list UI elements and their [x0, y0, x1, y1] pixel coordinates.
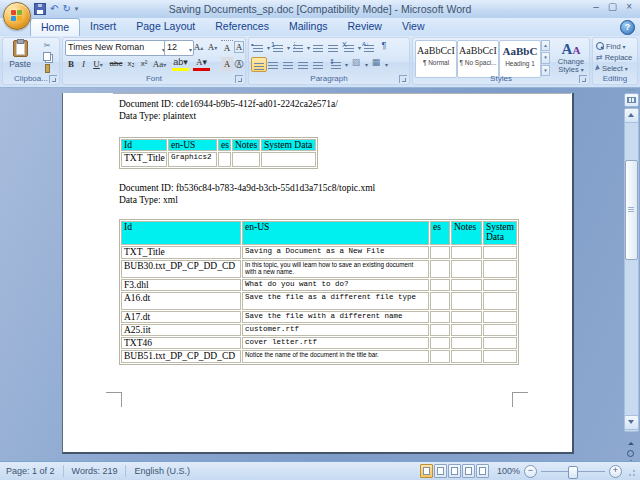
font-size-combo[interactable]: 12 ▾ — [164, 40, 194, 56]
style-no-spacing[interactable]: AaBbCcI ¶ No Spaci... — [457, 40, 499, 78]
header-cell: Notes — [451, 221, 482, 245]
table-row: TXT_Title Saving a Document as a New Fil… — [121, 246, 517, 259]
table-row: TXT_Title Graphics2 — [121, 152, 316, 167]
minimize-button[interactable]: – — [593, 1, 599, 12]
resize-grip-icon[interactable] — [626, 465, 636, 477]
close-button[interactable]: × — [626, 1, 632, 12]
scrollbar-thumb[interactable] — [625, 160, 638, 260]
shrink-font-button[interactable]: A▾ — [206, 40, 219, 54]
strikethrough-button[interactable]: abc — [108, 57, 124, 71]
zoom-slider[interactable] — [541, 465, 605, 477]
distribute-button[interactable] — [311, 57, 325, 70]
style-normal[interactable]: AaBbCcI ¶ Normal — [415, 40, 457, 78]
find-button[interactable]: Find▾ — [596, 41, 626, 51]
save-icon[interactable] — [34, 3, 46, 15]
phonetic-guide-button[interactable]: A — [221, 40, 233, 55]
decrease-indent-button[interactable] — [311, 40, 325, 53]
character-border-button[interactable]: A — [233, 40, 245, 54]
italic-button[interactable]: I — [78, 57, 89, 71]
font-dialog-launcher-icon[interactable] — [235, 75, 243, 83]
split-handle[interactable] — [626, 89, 635, 91]
scroll-down-button[interactable] — [624, 415, 639, 430]
cell-id: F3.dhl — [121, 279, 241, 291]
help-icon[interactable]: ? — [620, 20, 635, 35]
cut-icon: ✂ — [44, 41, 51, 50]
tab-mailings[interactable]: Mailings — [279, 18, 338, 36]
separator — [63, 465, 64, 477]
tab-references[interactable]: References — [205, 18, 279, 36]
show-hide-pilcrow-button[interactable]: ¶ — [377, 40, 391, 53]
cut-button[interactable]: ✂ — [39, 40, 55, 51]
multilevel-list-button[interactable]: ⋮▾ — [291, 40, 305, 53]
customize-qat-icon[interactable]: ▾ — [75, 5, 79, 13]
line-spacing-button[interactable]: ⇕▾ — [329, 57, 343, 70]
shading-button[interactable]: ▨▾ — [349, 57, 363, 70]
borders-button[interactable]: ▦▾ — [369, 57, 383, 70]
word-count[interactable]: Words: 219 — [72, 466, 118, 476]
previous-page-button[interactable] — [624, 431, 637, 441]
tab-page-layout[interactable]: Page Layout — [126, 18, 205, 36]
maximize-button[interactable]: ▢ — [608, 1, 617, 12]
enclose-characters-button[interactable]: Ⓐ — [233, 57, 245, 71]
justify-button[interactable] — [296, 57, 310, 70]
zoom-in-button[interactable]: + — [609, 465, 622, 478]
zoom-slider-thumb[interactable] — [568, 466, 578, 479]
character-shading-button[interactable]: A — [221, 57, 233, 71]
align-right-button[interactable] — [281, 57, 295, 70]
editing-group: Find▾ ⇄ Replace Select▾ Editing — [592, 37, 638, 85]
document-area: Document ID: cde16944-b9b5-412f-ad01-224… — [0, 88, 640, 461]
paste-button[interactable]: Paste — [6, 40, 34, 75]
subscript-button[interactable]: x₂ — [125, 57, 137, 71]
bullets-button[interactable]: •▾ — [251, 40, 265, 53]
replace-button[interactable]: ⇄ Replace — [596, 52, 632, 62]
styles-scroll-up-icon[interactable]: ▴ — [541, 40, 550, 51]
undo-icon[interactable]: ↶ — [50, 3, 58, 15]
tab-home[interactable]: Home — [30, 18, 80, 36]
asian-layout-button[interactable]: X▾ — [342, 40, 356, 53]
underline-button[interactable]: U▾ — [90, 57, 106, 71]
cell-en-us: Graphics2 — [168, 152, 217, 167]
highlight-color-button[interactable]: ab▾ — [171, 57, 190, 71]
next-page-button[interactable] — [624, 452, 637, 461]
style-sample: AaBbC — [500, 45, 540, 57]
grow-font-button[interactable]: A▴ — [192, 40, 205, 54]
redo-icon[interactable]: ↻ — [62, 3, 70, 15]
bold-button[interactable]: B — [65, 57, 77, 71]
align-left-button[interactable] — [251, 57, 267, 72]
outline-view-button[interactable] — [462, 464, 475, 478]
styles-scroll-down-icon[interactable]: ▾ — [541, 52, 550, 63]
copy-button[interactable] — [39, 52, 55, 63]
office-button[interactable] — [3, 2, 31, 30]
styles-group: AaBbCcI ¶ Normal AaBbCcI ¶ No Spaci... A… — [412, 37, 590, 85]
font-color-button[interactable]: A▾ — [192, 57, 211, 71]
format-painter-icon — [45, 64, 50, 73]
change-case-button[interactable]: Aa▾ — [151, 57, 168, 71]
document-page[interactable]: Document ID: cde16944-b9b5-412f-ad01-224… — [62, 93, 574, 454]
draft-view-button[interactable] — [476, 464, 489, 478]
align-center-button[interactable] — [266, 57, 280, 70]
paragraph-dialog-launcher-icon[interactable] — [399, 75, 407, 83]
tab-view[interactable]: View — [392, 18, 435, 36]
scrollbar-track[interactable] — [624, 108, 639, 432]
styles-dialog-launcher-icon[interactable] — [579, 75, 587, 83]
select-button[interactable]: Select▾ — [596, 63, 628, 73]
increase-indent-button[interactable] — [326, 40, 340, 53]
tab-insert[interactable]: Insert — [80, 18, 126, 36]
full-screen-reading-view-button[interactable] — [434, 464, 447, 478]
style-heading1[interactable]: AaBbC Heading 1 — [499, 40, 541, 78]
tab-review[interactable]: Review — [337, 18, 391, 36]
font-name-combo[interactable]: Times New Roman ▾ — [65, 40, 167, 56]
sort-button[interactable]: A↓ — [362, 40, 376, 53]
page-indicator[interactable]: Page: 1 of 2 — [6, 466, 55, 476]
zoom-level[interactable]: 100% — [497, 466, 520, 476]
scroll-up-button[interactable] — [624, 108, 639, 123]
print-layout-view-button[interactable] — [420, 464, 433, 478]
zoom-out-button[interactable]: − — [524, 465, 537, 478]
superscript-button[interactable]: x² — [138, 57, 150, 71]
clipboard-dialog-launcher-icon[interactable] — [49, 75, 57, 83]
numbering-button[interactable]: 1▾ — [271, 40, 285, 53]
ruler-toggle-button[interactable] — [624, 93, 639, 107]
ribbon-tab-row: Home Insert Page Layout References Maili… — [0, 18, 640, 36]
web-layout-view-button[interactable] — [448, 464, 461, 478]
language-indicator[interactable]: English (U.S.) — [134, 466, 190, 476]
